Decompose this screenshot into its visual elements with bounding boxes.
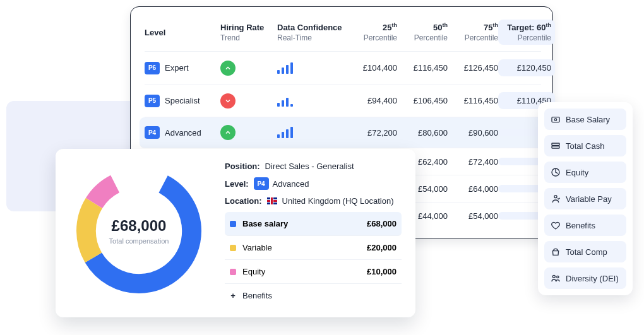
level-badge: P4 <box>145 126 160 139</box>
p75-value: £64,000 <box>448 184 498 194</box>
target-num: Target: 60 <box>507 23 546 32</box>
benefits-icon <box>551 220 561 230</box>
donut-chart: £68,000 Total compensation <box>69 162 208 300</box>
variable-icon <box>551 194 561 204</box>
col-hiring-sub: Trend <box>220 33 277 42</box>
col-level: Level <box>145 28 220 37</box>
total-cash-icon <box>551 141 561 151</box>
menu-item-total-cash[interactable]: Total Cash <box>544 135 626 156</box>
p25-num: 25 <box>383 23 391 32</box>
location-key: Location: <box>225 196 262 206</box>
breakdown-label: Base salary <box>242 219 288 228</box>
breakdown-left: Base salary <box>230 219 288 228</box>
col-target: Target: 60th Percentile <box>498 20 555 45</box>
level-badge: P5 <box>145 95 160 107</box>
col-confidence: Data Confidence Real-Time <box>277 23 347 42</box>
p50-sub: Percentile <box>397 33 448 42</box>
col-hiring: Hiring Rate Trend <box>220 23 277 42</box>
p25-value: £94,400 <box>347 96 397 105</box>
plus-icon: + <box>230 291 236 300</box>
menu-item-diversity[interactable]: Diversity (DEI) <box>544 267 626 289</box>
diversity-icon <box>551 273 561 283</box>
breakdown-label: Equity <box>242 267 265 276</box>
metrics-menu-card: Base SalaryTotal CashEquityVariable PayB… <box>538 102 633 295</box>
uk-flag-icon <box>267 197 277 204</box>
menu-item-base-salary[interactable]: Base Salary <box>544 109 626 130</box>
col-conf-sub: Real-Time <box>277 33 347 42</box>
breakdown-row[interactable]: Variable£20,000 <box>225 236 402 260</box>
menu-item-label: Base Salary <box>566 115 610 124</box>
p75-value: £72,400 <box>448 157 498 167</box>
col-level-title: Level <box>145 28 220 37</box>
p25-th: th <box>392 22 398 28</box>
col-p25: 25th Percentile <box>347 22 397 42</box>
level-cell: P6Expert <box>145 62 220 74</box>
level-cell: P5Specialist <box>145 95 220 107</box>
menu-item-label: Total Cash <box>566 141 604 151</box>
menu-item-total-comp[interactable]: Total Comp <box>544 241 626 262</box>
donut-total-value: £68,000 <box>112 217 167 235</box>
level-name: Advanced <box>165 128 201 138</box>
breakdown-value: £68,000 <box>367 219 397 228</box>
color-swatch-icon <box>230 245 236 251</box>
col-conf-title: Data Confidence <box>277 23 347 32</box>
position-key: Position: <box>225 162 260 171</box>
p75-num: 75 <box>484 23 492 32</box>
svg-point-7 <box>557 276 559 278</box>
col-hiring-title: Hiring Rate <box>220 23 277 32</box>
p75-value: £90,600 <box>448 128 498 138</box>
confidence-bars-icon <box>277 127 347 138</box>
svg-rect-0 <box>552 117 559 122</box>
menu-item-label: Diversity (DEI) <box>566 274 619 283</box>
breakdown-row[interactable]: Equity£10,000 <box>225 260 402 284</box>
table-row[interactable]: P4Advanced£72,200£80,600£90,600 <box>140 117 546 148</box>
p75-sub: Percentile <box>448 33 498 42</box>
menu-item-variable[interactable]: Variable Pay <box>544 188 626 209</box>
level-name: Advanced <box>273 179 309 189</box>
p75-th: th <box>493 22 499 28</box>
position-value: Direct Sales - Generalist <box>265 162 354 171</box>
color-swatch-icon <box>230 269 236 275</box>
color-swatch-icon <box>230 221 236 227</box>
level-badge: P4 <box>254 177 269 190</box>
col-p75: 75th Percentile <box>448 22 498 42</box>
svg-point-5 <box>554 196 557 198</box>
p25-sub: Percentile <box>347 33 397 42</box>
confidence-bars-icon <box>277 62 347 74</box>
trend-cell <box>220 93 277 109</box>
breakdown-value: £20,000 <box>367 243 397 252</box>
svg-rect-2 <box>552 143 559 145</box>
chevron-up-icon <box>220 125 236 140</box>
level-name: Specialist <box>165 96 200 105</box>
svg-rect-3 <box>552 146 559 148</box>
menu-item-label: Equity <box>566 168 588 177</box>
breakdown-row[interactable]: Base salary£68,000 <box>225 212 402 236</box>
menu-item-label: Total Comp <box>566 247 607 257</box>
trend-cell <box>220 61 277 76</box>
location-value: United Kingdom (HQ Location) <box>282 196 394 206</box>
trend-cell <box>220 125 277 140</box>
breakdown-left: Equity <box>230 267 265 276</box>
total-comp-icon <box>551 247 561 257</box>
menu-item-equity[interactable]: Equity <box>544 162 626 183</box>
benefits-label: Benefits <box>242 291 272 300</box>
level-name: Expert <box>165 63 189 73</box>
breakdown-value: £10,000 <box>367 267 397 276</box>
svg-point-1 <box>554 119 556 120</box>
level-key: Level: <box>225 179 249 189</box>
p25-value: £104,400 <box>347 63 397 73</box>
add-benefits-row[interactable]: + Benefits <box>225 284 402 307</box>
target-th: th <box>546 22 552 28</box>
equity-icon <box>551 167 561 177</box>
breakdown-left: Variable <box>230 243 272 252</box>
table-row[interactable]: P6Expert£104,400£116,450£126,450£120,450 <box>145 52 541 85</box>
menu-item-label: Variable Pay <box>566 194 612 204</box>
level-badge: P6 <box>145 62 160 74</box>
menu-item-benefits[interactable]: Benefits <box>544 215 626 236</box>
col-p50: 50th Percentile <box>397 22 448 42</box>
target-sub: Percentile <box>498 33 551 42</box>
position-line: Position: Direct Sales - Generalist <box>225 162 402 171</box>
target-value: £120,450 <box>498 59 555 76</box>
p25-value: £72,200 <box>347 128 397 138</box>
table-row[interactable]: P5Specialist£94,400£106,450£116,450£110,… <box>145 85 541 117</box>
